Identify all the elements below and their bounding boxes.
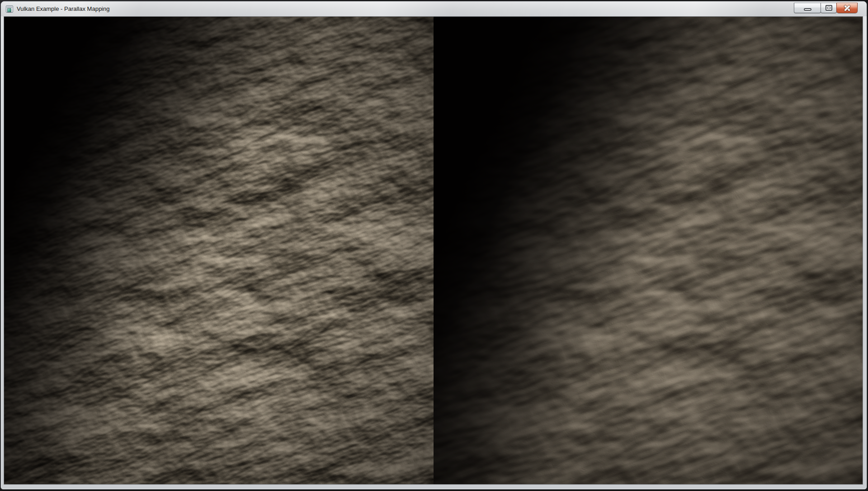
window-title: Vulkan Example - Parallax Mapping	[17, 1, 109, 16]
render-viewport[interactable]	[4, 16, 863, 485]
minimize-icon	[804, 8, 811, 11]
app-window: Vulkan Example - Parallax Mapping	[0, 1, 867, 490]
titlebar[interactable]: Vulkan Example - Parallax Mapping	[1, 1, 867, 16]
caption-buttons	[794, 3, 858, 13]
maximize-button[interactable]	[821, 3, 837, 13]
render-pane-left	[4, 17, 434, 484]
close-icon	[843, 5, 851, 12]
rock-wall-render-right	[434, 17, 863, 484]
minimize-button[interactable]	[794, 3, 821, 13]
render-pane-right	[434, 17, 863, 484]
titlebar-content: Vulkan Example - Parallax Mapping	[1, 1, 794, 16]
app-icon	[6, 5, 13, 13]
close-button[interactable]	[836, 3, 858, 13]
desktop-background: Vulkan Example - Parallax Mapping	[0, 0, 868, 491]
rock-wall-render-left	[4, 17, 434, 484]
maximize-icon	[826, 5, 832, 11]
